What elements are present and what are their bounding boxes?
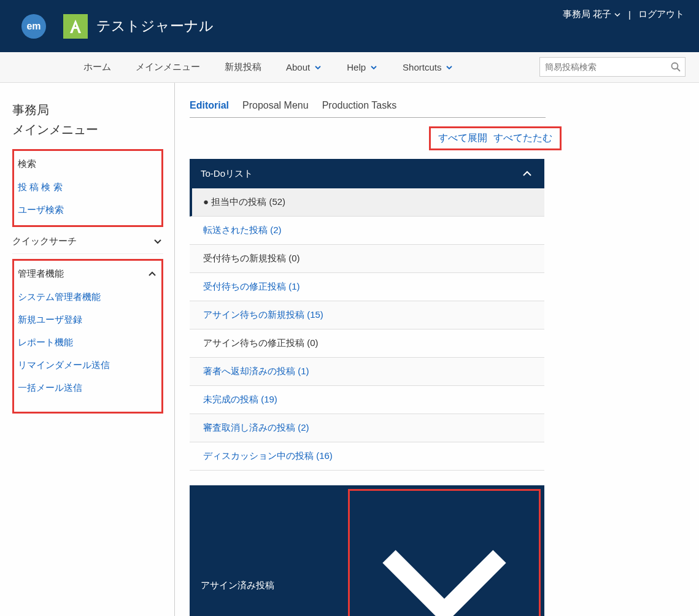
separator: | [628, 9, 631, 20]
user-name-label: 事務局 花子 [563, 9, 611, 20]
nav-help-label: Help [347, 62, 366, 72]
collapse-all[interactable]: すべてたたむ [493, 132, 552, 145]
sidebar-link-reports[interactable]: レポート機能 [18, 331, 158, 354]
sidebar-link-submission-search[interactable]: 投 稿 検 索 [18, 176, 158, 199]
user-menu[interactable]: 事務局 花子 [563, 9, 621, 20]
expand-controls-highlight: すべて展開 すべてたたむ [429, 126, 562, 150]
sidebar-quicksearch-label: クイックサーチ [12, 236, 77, 247]
nav-about-label: About [286, 62, 310, 72]
tab-production[interactable]: Production Tasks [322, 100, 397, 111]
panel-assigned-header[interactable]: アサイン済み投稿 [190, 485, 544, 616]
chevron-down-icon [369, 63, 378, 72]
todo-row: アサイン待ちの修正投稿 (0) [190, 329, 544, 358]
header-user-area: 事務局 花子 | ログアウト [563, 9, 684, 20]
sidebar-link-user-search[interactable]: ユーザ検索 [18, 199, 158, 221]
highlight-search-box: 検索 投 稿 検 索 ユーザ検索 [12, 149, 163, 227]
nav-shortcuts-label: Shortcuts [403, 62, 441, 72]
sidebar-quicksearch[interactable]: クイックサーチ [12, 229, 163, 254]
nav-new-submission[interactable]: 新規投稿 [212, 52, 274, 83]
expand-controls: すべて展開 すべてたたむ [190, 126, 682, 150]
panel-todo-header[interactable]: To-Doリスト [190, 159, 544, 188]
tab-editorial[interactable]: Editorial [190, 100, 229, 111]
main: Editorial Proposal Menu Production Tasks… [175, 83, 699, 616]
highlight-chevron [348, 489, 541, 616]
panel-todo-title: To-Doリスト [201, 168, 253, 180]
todo-row[interactable]: 審査取消し済みの投稿 (2) [190, 414, 544, 442]
svg-line-1 [678, 69, 681, 72]
logo-em: em [21, 14, 46, 39]
nav-main-menu[interactable]: メインメニュー [123, 52, 212, 83]
nav-about[interactable]: About [274, 52, 334, 83]
chevron-up-icon [521, 167, 533, 180]
sidebar-link-new-user[interactable]: 新規ユーザ登録 [18, 309, 158, 331]
sidebar-title: 事務局 メインメニュー [12, 100, 163, 139]
sidebar: 事務局 メインメニュー 検索 投 稿 検 索 ユーザ検索 クイックサーチ 管理者… [0, 83, 175, 616]
chevron-down-icon [445, 63, 454, 72]
todo-row[interactable]: ● 担当中の投稿 (52) [190, 188, 544, 217]
search-input[interactable] [545, 62, 670, 72]
tab-proposal[interactable]: Proposal Menu [242, 100, 309, 111]
todo-row: 受付待ちの新規投稿 (0) [190, 245, 544, 273]
search-icon[interactable] [670, 61, 681, 72]
nav-home[interactable]: ホーム [61, 52, 123, 83]
todo-row[interactable]: アサイン待ちの新規投稿 (15) [190, 301, 544, 329]
todo-row[interactable]: ディスカッション中の投稿 (16) [190, 442, 544, 471]
sidebar-title-1: 事務局 [12, 100, 163, 120]
navbar: ホーム メインメニュー 新規投稿 About Help Shortcuts [0, 52, 699, 83]
header: em テストジャーナル 事務局 花子 | ログアウト [0, 0, 699, 52]
journal-title: テストジャーナル [96, 17, 214, 36]
panel-assigned-title: アサイン済み投稿 [201, 575, 274, 596]
sidebar-search-header: 検索 [18, 152, 158, 176]
search-box[interactable] [539, 57, 685, 77]
content: 事務局 メインメニュー 検索 投 稿 検 索 ユーザ検索 クイックサーチ 管理者… [0, 83, 699, 616]
todo-row[interactable]: 未完成の投稿 (19) [190, 386, 544, 414]
chevron-down-icon [314, 63, 322, 72]
sidebar-link-sysadmin[interactable]: システム管理者機能 [18, 286, 158, 309]
svg-point-0 [672, 63, 678, 69]
todo-row[interactable]: 著者へ返却済みの投稿 (1) [190, 358, 544, 386]
sidebar-title-2: メインメニュー [12, 120, 163, 139]
logo-a [63, 14, 88, 39]
expand-all[interactable]: すべて展開 [438, 132, 487, 145]
panel-todo-wrapper: To-Doリスト ● 担当中の投稿 (52)転送された投稿 (2)受付待ちの新規… [190, 159, 544, 471]
panel-assigned-wrapper: アサイン済み投稿 [190, 485, 544, 616]
nav-help[interactable]: Help [334, 52, 390, 83]
chevron-down-icon [152, 236, 163, 247]
chevron-up-icon [147, 269, 158, 280]
sidebar-link-bulk-mail[interactable]: 一括メール送信 [18, 377, 158, 399]
tabs: Editorial Proposal Menu Production Tasks [190, 100, 546, 118]
todo-row[interactable]: 転送された投稿 (2) [190, 217, 544, 245]
sidebar-admin-label: 管理者機能 [18, 268, 64, 280]
highlight-admin-box: 管理者機能 システム管理者機能 新規ユーザ登録 レポート機能 リマインダメール送… [12, 259, 163, 414]
sidebar-admin-header[interactable]: 管理者機能 [18, 262, 158, 286]
sidebar-link-reminder[interactable]: リマインダメール送信 [18, 354, 158, 377]
nav-shortcuts[interactable]: Shortcuts [390, 52, 466, 83]
todo-row[interactable]: 受付待ちの修正投稿 (1) [190, 273, 544, 301]
logout-link[interactable]: ログアウト [638, 9, 684, 20]
